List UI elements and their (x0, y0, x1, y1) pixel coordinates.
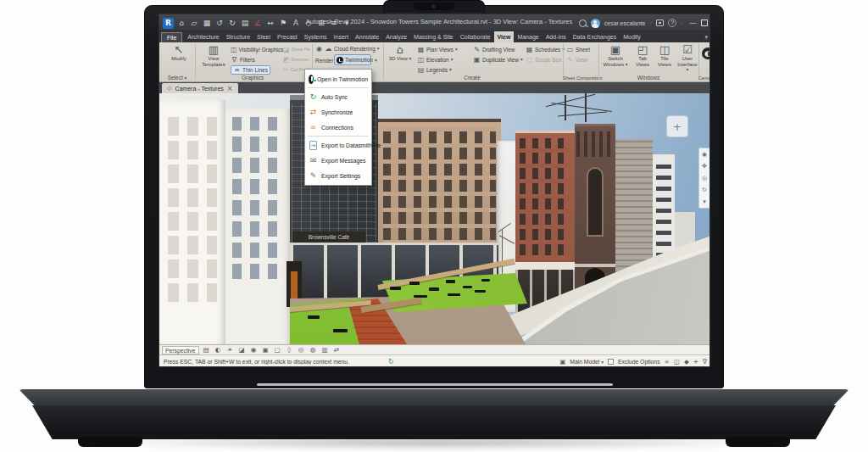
perspective-indicator[interactable]: Perspective (162, 346, 199, 354)
tab-view[interactable]: View (494, 31, 515, 42)
3d-viewport[interactable]: Brownsville Café (159, 93, 710, 344)
redo-icon[interactable]: ↻ (227, 18, 237, 29)
remove-hidden-lines-button[interactable]: ◩Remove Hidden Lines (283, 54, 310, 64)
detail-level-icon[interactable]: ▤ (202, 346, 211, 354)
revit-logo[interactable]: R (163, 18, 174, 29)
legends-button[interactable]: ▤Legends▾ (417, 64, 452, 75)
switch-windows-button[interactable]: ▣ Switch Windows ▾ (602, 44, 629, 67)
pan-icon[interactable]: ✥ (702, 163, 707, 170)
tab-steel[interactable]: Steel (253, 31, 274, 42)
undo-icon[interactable]: ↺ (214, 18, 225, 29)
panel-label-windows: Windows (598, 75, 698, 81)
minimize-button[interactable]: — (689, 19, 697, 27)
rewind-icon[interactable]: ▾ (703, 198, 706, 205)
zoom-icon[interactable]: ◎ (702, 175, 707, 181)
design-options-icon[interactable]: ▣ (559, 358, 565, 366)
print-icon[interactable]: ▤ (240, 18, 250, 29)
cloud-rendering-button[interactable]: ◉ ☁ Cloud Rendering ▾ (315, 43, 380, 53)
temporary-view-properties-icon[interactable]: ▥ (320, 346, 330, 354)
rendering-dialog-icon[interactable]: ◉ (249, 346, 259, 354)
navigation-bar[interactable]: ◉ ✥ ◎ ↻ ▾ (698, 148, 710, 209)
user-interface-button[interactable]: ☑ User Interface ▾ (676, 44, 698, 73)
steering-wheel-icon[interactable]: ◉ (702, 151, 707, 158)
tab-data-exchanges[interactable]: Data Exchanges (570, 31, 620, 42)
exclude-options-checkbox[interactable] (608, 359, 614, 365)
tab-precast[interactable]: Precast (274, 31, 301, 42)
visibility-graphics-button[interactable]: ◫Visibility/ Graphics (231, 44, 281, 54)
filters-button[interactable]: ∇Filters (231, 54, 281, 64)
orbit-icon[interactable]: ↻ (702, 187, 707, 193)
tab-insert[interactable]: Insert (331, 31, 353, 42)
menu-item-export-datasmith[interactable]: → Export to Datasmith file (305, 137, 371, 153)
help-icon[interactable]: ? (668, 19, 676, 27)
measure-icon[interactable]: ∠ (253, 18, 263, 29)
view-templates-button[interactable]: ▥ View Templates (198, 44, 229, 67)
thin-lines-button[interactable]: ≡Thin Lines (231, 64, 270, 75)
close-view-tab-icon[interactable]: × (227, 85, 233, 92)
search-icon[interactable] (579, 20, 587, 27)
elevation-button[interactable]: ◫Elevation▾ (417, 54, 453, 64)
menu-item-auto-sync[interactable]: ↻ Auto Sync (305, 89, 371, 104)
temporary-hide-isolate-icon[interactable]: ◎ (297, 346, 306, 354)
ribbon-display-toggle[interactable]: ▾ (704, 31, 710, 42)
tab-collaborate[interactable]: Collaborate (457, 31, 494, 42)
plan-views-button[interactable]: ▦Plan Views▾ (417, 44, 458, 54)
menu-item-open-in-twinmotion[interactable]: Open in Twinmotion (305, 71, 371, 86)
drag-on-selection-icon[interactable]: + (693, 358, 698, 366)
drafting-view-button[interactable]: ✎Drafting View (473, 44, 515, 54)
menu-item-synchronize[interactable]: ⇄ Synchronize (305, 104, 371, 120)
viewcube[interactable]: + (666, 115, 688, 137)
design-option-dropdown[interactable]: Main Model ▾ (570, 359, 604, 365)
lock-3d-view-icon[interactable]: ◊ (285, 346, 294, 354)
canvas-theme-button[interactable]: ◐ (702, 47, 710, 59)
crop-view-icon[interactable]: ▣ (261, 346, 270, 354)
modify-button[interactable]: ↖ Modify (166, 44, 192, 62)
duplicate-view-button[interactable]: ▣Duplicate View▾ (473, 54, 523, 64)
tab-systems[interactable]: Systems (301, 31, 331, 42)
sheet-button[interactable]: ▭Sheet (566, 44, 590, 54)
filter-icon[interactable]: ∇ (703, 358, 707, 366)
tab-modify[interactable]: Modify (620, 31, 644, 42)
scope-box-button[interactable]: ▢Scope Box (526, 54, 561, 64)
tab-structure[interactable]: Structure (223, 31, 253, 42)
help-caret-icon[interactable]: ▾ (681, 20, 683, 25)
panel-label-select[interactable]: Select ▾ (159, 75, 195, 81)
username-caret-icon[interactable]: ▾ (649, 20, 652, 25)
tab-file[interactable]: File (161, 32, 182, 42)
tab-add-ins[interactable]: Add-Ins (542, 31, 570, 42)
menu-item-connections[interactable]: ∞ Connections (305, 120, 371, 135)
tab-analyze[interactable]: Analyze (382, 31, 410, 42)
schedules-button[interactable]: ▦Schedules▾ (526, 44, 565, 54)
avatar-icon[interactable] (591, 19, 600, 28)
3d-view-button[interactable]: ⌂ 3D View ▾ (387, 44, 414, 62)
sun-path-icon[interactable]: ☀ (225, 346, 235, 354)
view-tab-camera-textures[interactable]: ◇ Camera - Textures × (162, 83, 238, 93)
open-icon[interactable]: ▱ (189, 18, 199, 29)
shadows-icon[interactable]: ◪ (237, 346, 247, 354)
visual-style-icon[interactable]: ◐ (214, 346, 223, 354)
tile-views-button[interactable]: ◫ Tile Views (654, 44, 675, 67)
view-reference-button[interactable]: ✎View (566, 54, 587, 64)
tab-manage[interactable]: Manage (514, 31, 542, 42)
aligned-dimension-icon[interactable]: ↔ (265, 18, 275, 29)
show-hidden-lines-button[interactable]: ◪Show Hidden Lines (283, 44, 310, 54)
tab-views-button[interactable]: ◰ Tab Views (632, 44, 653, 67)
reveal-hidden-elements-icon[interactable]: ◍ (309, 346, 318, 354)
tab-architecture[interactable]: Architecture (184, 31, 222, 42)
select-underlay-icon[interactable]: ◫ (674, 358, 680, 366)
displaced-elements-icon[interactable]: ⇄ (332, 346, 342, 354)
show-crop-region-icon[interactable]: ▢ (273, 346, 282, 354)
duplicate-view-icon: ▣ (473, 56, 481, 64)
select-links-icon[interactable]: ∞ (665, 358, 670, 366)
home-icon[interactable]: ⌂ (176, 18, 186, 29)
select-pinned-icon[interactable]: ◆ (684, 358, 689, 366)
twinmotion-dropdown-button[interactable]: Twinmotion ▾ (334, 54, 371, 65)
save-icon[interactable]: ▦ (202, 18, 212, 29)
username[interactable]: cesar.escalante (604, 20, 646, 26)
maximize-button[interactable] (701, 20, 708, 26)
tab-massing-site[interactable]: Massing & Site (410, 31, 457, 42)
store-icon[interactable] (656, 20, 664, 26)
menu-item-export-settings[interactable]: ✎ Export Settings (305, 168, 371, 183)
tab-annotate[interactable]: Annotate (352, 31, 382, 42)
menu-item-export-messages[interactable]: ✉ Export Messages (305, 153, 371, 168)
